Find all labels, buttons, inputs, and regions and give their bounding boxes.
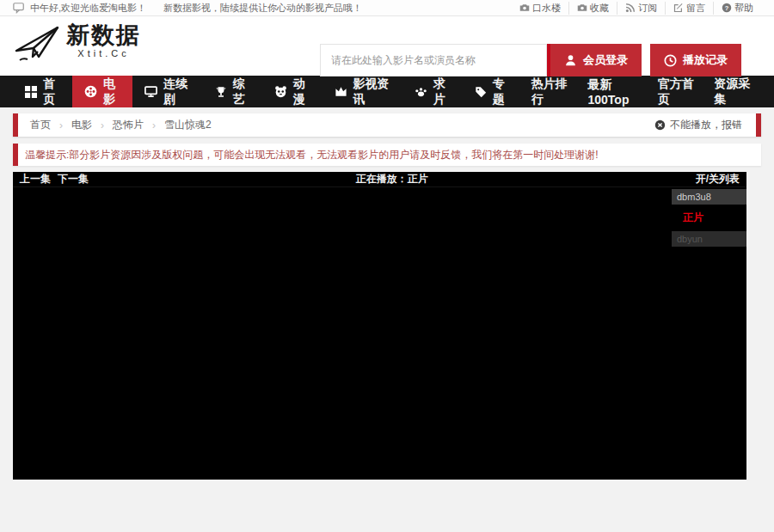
nav-label: 官方首页 (658, 76, 696, 107)
paper-plane-icon (13, 22, 63, 67)
crown-icon (335, 85, 347, 98)
breadcrumb-right-accent (756, 113, 761, 137)
toplink-subscribe[interactable]: 订阅 (617, 2, 665, 15)
panda-icon (274, 85, 287, 98)
nav-item-news[interactable]: 影视资讯 (322, 76, 402, 107)
topbar: 中午好,欢迎光临爱淘电影！ 新数据影视，陆续提供让你心动的影视产品哦！ 口水楼 … (0, 0, 774, 16)
breadcrumb-home[interactable]: 首页 (30, 118, 51, 132)
trophy-icon (215, 86, 227, 98)
breadcrumb-movies[interactable]: 电影 (71, 118, 92, 132)
camera-icon (519, 3, 530, 13)
toplink-label: 留言 (686, 2, 705, 15)
nav-label: 动漫 (293, 76, 310, 107)
nav-item-hot-rank[interactable]: 热片排行 (522, 76, 579, 107)
toplink-label: 帮助 (734, 2, 753, 15)
playlist-episode-active[interactable]: 正片 (672, 208, 746, 229)
toggle-playlist-link[interactable]: 开/关列表 (696, 172, 740, 187)
member-login-label: 会员登录 (583, 52, 628, 68)
search-box (320, 44, 581, 76)
nav-item-home[interactable]: 首页 (13, 76, 72, 107)
search-input[interactable] (320, 44, 547, 76)
paw-icon (415, 85, 427, 98)
toplink-label: 收藏 (590, 2, 609, 15)
toplink-favorite[interactable]: 收藏 (568, 2, 617, 15)
rss-icon (625, 3, 636, 13)
clock-icon (664, 54, 677, 67)
announcement-icon (13, 2, 25, 14)
nav-item-series[interactable]: 连续剧 (132, 76, 203, 107)
toplink-help[interactable]: ? 帮助 (713, 2, 761, 15)
greeting-text: 中午好,欢迎光临爱淘电影！ (30, 2, 146, 15)
camera-icon (577, 3, 587, 13)
logo-text: 新数据 Xtit.Cc (66, 22, 141, 58)
site-logo[interactable]: 新数据 Xtit.Cc (13, 22, 141, 67)
tv-icon (144, 85, 157, 98)
home-grid-icon (25, 86, 37, 98)
chevron-right-icon: › (152, 119, 156, 131)
nav-item-request[interactable]: 求片 (402, 76, 463, 107)
topbar-links: 口水楼 收藏 订阅 留言 ? 帮助 (512, 2, 761, 15)
nav-label: 综艺 (233, 76, 250, 107)
nav-label: 资源采集 (714, 76, 752, 107)
next-episode-link[interactable]: 下一集 (58, 172, 89, 187)
error-circle-icon (654, 119, 666, 131)
nav-label: 热片排行 (531, 76, 569, 107)
nav-label: 专题 (493, 76, 510, 107)
main-nav: 首页 电影 连续剧 综艺 动漫 影视资讯 求片 (0, 76, 774, 107)
video-area[interactable] (13, 188, 672, 480)
breadcrumb-horror[interactable]: 恐怖片 (113, 118, 144, 132)
notice-bar: 温馨提示:部分影片资源因涉及版权问题，可能会出现无法观看，无法观看影片的用户请及… (13, 144, 761, 166)
breadcrumb: 首页 › 电影 › 恐怖片 › 雪山惊魂2 (13, 118, 212, 132)
nav-label: 首页 (43, 76, 60, 107)
prev-episode-link[interactable]: 上一集 (20, 172, 51, 187)
episode-nav: 上一集 下一集 (20, 172, 89, 187)
chevron-right-icon: › (101, 119, 104, 131)
notice-left-accent (13, 144, 18, 166)
nav-item-top100[interactable]: 最新100Top (579, 76, 648, 107)
nav-label: 连续剧 (163, 76, 191, 107)
report-error-label: 不能播放，报错 (670, 118, 742, 132)
toplink-label: 口水楼 (532, 2, 561, 15)
breadcrumb-bar: 首页 › 电影 › 恐怖片 › 雪山惊魂2 不能播放，报错 (13, 113, 761, 137)
user-icon (564, 54, 577, 67)
header: 新数据 Xtit.Cc 会员登录 播放记录 (0, 16, 774, 76)
nav-item-anime[interactable]: 动漫 (262, 76, 322, 107)
nav-item-variety[interactable]: 综艺 (203, 76, 262, 107)
now-playing-label: 正在播放：正片 (89, 172, 696, 187)
notice-text: 温馨提示:部分影片资源因涉及版权问题，可能会出现无法观看，无法观看影片的用户请及… (13, 148, 599, 162)
report-error-link[interactable]: 不能播放，报错 (654, 118, 761, 132)
nav-label: 最新100Top (588, 77, 639, 107)
nav-label: 电影 (103, 76, 120, 107)
logo-title: 新数据 (66, 22, 141, 48)
toplink-label: 订阅 (638, 2, 657, 15)
member-login-button[interactable]: 会员登录 (550, 44, 642, 76)
nav-item-topics[interactable]: 专题 (463, 76, 522, 107)
nav-item-resource-collect[interactable]: 资源采集 (704, 76, 761, 107)
nav-item-movies[interactable]: 电影 (72, 76, 132, 107)
playlist-source-dbyun[interactable]: dbyun (672, 231, 746, 247)
breadcrumb-left-accent (13, 113, 18, 137)
nav-label: 求片 (433, 76, 451, 107)
toplink-koushui[interactable]: 口水楼 (512, 2, 568, 15)
play-history-label: 播放记录 (683, 52, 728, 68)
help-icon: ? (722, 3, 732, 13)
edit-icon (673, 3, 684, 13)
header-buttons: 会员登录 播放记录 (550, 44, 741, 76)
toplink-message[interactable]: 留言 (665, 2, 713, 15)
nav-item-official-home[interactable]: 官方首页 (648, 76, 705, 107)
nav-label: 影视资讯 (353, 76, 390, 107)
slogan-text: 新数据影视，陆续提供让你心动的影视产品哦！ (163, 2, 362, 15)
playlist-source-dbm3u8[interactable]: dbm3u8 (672, 189, 746, 205)
topbar-greeting: 中午好,欢迎光临爱淘电影！ 新数据影视，陆续提供让你心动的影视产品哦！ (13, 2, 362, 15)
video-player: 上一集 下一集 正在播放：正片 开/关列表 dbm3u8 正片 dbyun (13, 172, 746, 480)
svg-text:?: ? (725, 4, 729, 12)
breadcrumb-current-title: 雪山惊魂2 (164, 118, 212, 132)
film-reel-icon (84, 85, 97, 98)
chevron-right-icon: › (59, 119, 63, 131)
player-top-strip: 上一集 下一集 正在播放：正片 开/关列表 (13, 172, 746, 187)
play-history-button[interactable]: 播放记录 (650, 44, 741, 76)
logo-subtitle: Xtit.Cc (66, 48, 141, 58)
tag-icon (475, 86, 487, 98)
nav-right: 热片排行 最新100Top 官方首页 资源采集 (522, 76, 761, 107)
playlist-panel: dbm3u8 正片 dbyun (672, 189, 746, 250)
